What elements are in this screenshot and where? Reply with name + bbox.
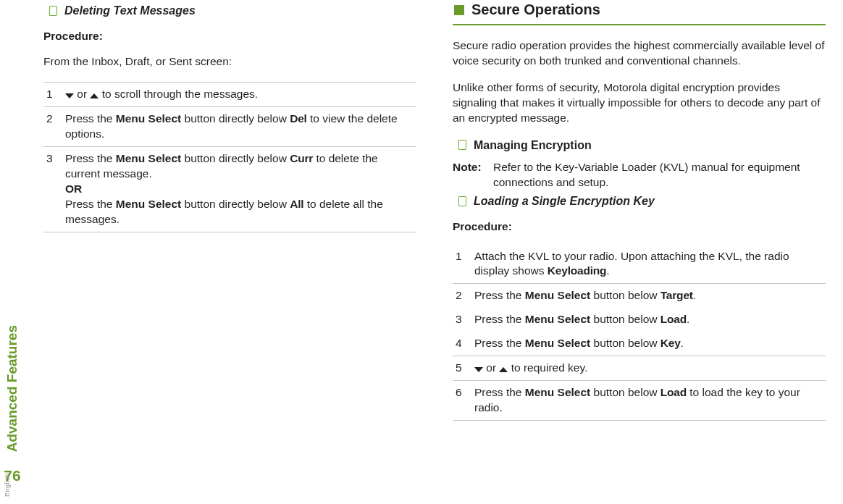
- ui-key: Key: [660, 337, 681, 349]
- major-heading-rule: [453, 24, 826, 25]
- menu-select-label: Menu Select: [116, 198, 181, 210]
- procedure-label: Procedure:: [43, 29, 416, 44]
- step-number: 5: [453, 361, 474, 376]
- paragraph: Secure radio operation provides the high…: [453, 38, 826, 69]
- menu-select-label: Menu Select: [525, 313, 590, 325]
- page: Advanced Features 76 English Deleting Te…: [0, 0, 843, 504]
- arrow-down-icon: [474, 367, 483, 372]
- ui-all: All: [290, 198, 303, 210]
- subheading-loading: Loading a Single Encryption Key: [458, 193, 826, 209]
- step-number: 1: [43, 87, 65, 102]
- major-heading: Secure Operations: [453, 0, 826, 20]
- subheading-text: Loading a Single Encryption Key: [474, 193, 655, 209]
- arrow-up-icon: [90, 93, 98, 98]
- ui-load: Load: [660, 386, 687, 398]
- step-body: Press the Menu Select button below Targe…: [474, 288, 826, 303]
- step-1: 1 or to scroll through the messages.: [43, 82, 416, 107]
- step-6: 6 Press the Menu Select button below Loa…: [453, 381, 826, 421]
- square-bullet-icon: [454, 5, 464, 15]
- step-number: 2: [43, 112, 65, 142]
- step-body: Press the Menu Select button below Load …: [474, 385, 826, 416]
- arrow-up-icon: [499, 367, 508, 372]
- step-body: Press the Menu Select button below Load.: [474, 312, 826, 327]
- left-margin: Advanced Features 76: [2, 246, 22, 504]
- menu-select-label: Menu Select: [525, 386, 590, 398]
- ui-load: Load: [660, 313, 687, 325]
- step-number: 4: [453, 336, 474, 351]
- right-column: Secure Operations Secure radio operation…: [453, 0, 826, 421]
- document-icon: [458, 140, 466, 150]
- step-2: 2 Press the Menu Select button below Tar…: [453, 284, 826, 308]
- document-icon: [458, 196, 466, 206]
- major-heading-text: Secure Operations: [471, 0, 600, 20]
- right-steps: 1 Attach the KVL to your radio. Upon att…: [453, 245, 826, 421]
- step-number: 2: [453, 288, 474, 303]
- subheading-managing: Managing Encryption: [458, 138, 826, 154]
- language-label: English: [3, 473, 12, 497]
- step-5: 5 or to required key.: [453, 356, 826, 381]
- step-number: 3: [43, 151, 65, 227]
- note-body: Refer to the Key-Variable Loader (KVL) m…: [493, 160, 826, 190]
- step-number: 3: [453, 312, 474, 327]
- ui-curr: Curr: [290, 152, 313, 164]
- step-3: 3 Press the Menu Select button below Loa…: [453, 308, 826, 332]
- step-body: Press the Menu Select button below Key.: [474, 336, 826, 351]
- note: Note: Refer to the Key-Variable Loader (…: [453, 160, 826, 190]
- arrow-down-icon: [65, 93, 74, 98]
- menu-select-label: Menu Select: [116, 152, 181, 164]
- procedure-label: Procedure:: [453, 219, 826, 235]
- step-number: 1: [453, 249, 474, 280]
- menu-select-label: Menu Select: [116, 112, 181, 125]
- section-label: Advanced Features: [3, 325, 22, 452]
- step-3: 3 Press the Menu Select button directly …: [43, 146, 416, 232]
- step-body: Attach the KVL to your radio. Upon attac…: [474, 249, 826, 280]
- menu-select-label: Menu Select: [525, 337, 590, 349]
- left-steps: 1 or to scroll through the messages. 2 P…: [43, 82, 416, 232]
- step-1: 1 Attach the KVL to your radio. Upon att…: [453, 245, 826, 285]
- document-icon: [49, 6, 57, 16]
- or-label: OR: [65, 182, 82, 195]
- step-number: 6: [453, 385, 474, 416]
- left-column: Deleting Text Messages Procedure: From t…: [43, 0, 416, 421]
- subheading-deleting: Deleting Text Messages: [49, 3, 416, 19]
- ui-target: Target: [660, 289, 693, 301]
- paragraph: Unlike other forms of security, Motorola…: [453, 80, 826, 126]
- step-body: Press the Menu Select button directly be…: [65, 112, 416, 142]
- step-4: 4 Press the Menu Select button below Key…: [453, 332, 826, 356]
- ui-del: Del: [290, 112, 307, 125]
- subheading-text: Deleting Text Messages: [64, 3, 196, 19]
- ui-keyloading: Keyloading: [548, 264, 607, 277]
- menu-select-label: Menu Select: [525, 289, 590, 301]
- step-body: or to scroll through the messages.: [65, 87, 416, 102]
- step-body: or to required key.: [474, 361, 826, 376]
- procedure-intro: From the Inbox, Draft, or Sent screen:: [43, 54, 416, 70]
- step-body: Press the Menu Select button directly be…: [65, 151, 416, 227]
- step-2: 2 Press the Menu Select button directly …: [43, 107, 416, 146]
- subheading-text: Managing Encryption: [474, 138, 592, 154]
- note-label: Note:: [453, 160, 493, 190]
